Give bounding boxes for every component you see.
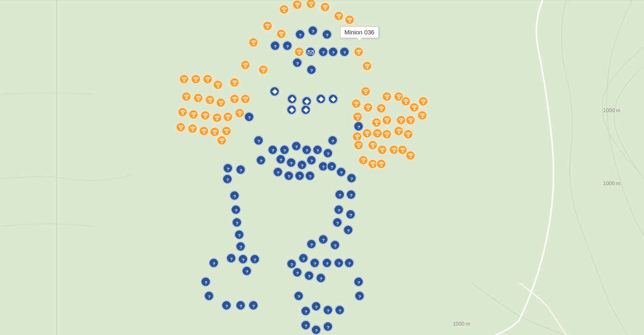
marker-blue-128[interactable]: ? — [238, 254, 248, 264]
marker-orange-49[interactable] — [409, 102, 419, 113]
marker-orange-12[interactable] — [248, 37, 259, 48]
marker-blue-108[interactable]: ? — [305, 171, 315, 181]
marker-orange-63[interactable] — [396, 115, 406, 125]
marker-orange-67[interactable] — [187, 123, 198, 134]
marker-blue-115[interactable]: ? — [231, 204, 241, 215]
marker-blue-107[interactable]: ? — [294, 171, 305, 181]
marker-blue-102[interactable]: ? — [326, 161, 337, 172]
marker-blue-80[interactable]: ? — [327, 135, 338, 146]
marker-blue-121[interactable]: ? — [234, 229, 244, 240]
marker-blue-96[interactable]: ? — [256, 155, 266, 165]
marker-orange-78[interactable] — [217, 135, 227, 146]
marker-blue-109[interactable]: ? — [222, 174, 233, 184]
marker-blue-135[interactable]: ? — [344, 258, 354, 268]
marker-blue-100[interactable]: ? — [306, 155, 317, 165]
marker-orange-40[interactable] — [240, 94, 251, 104]
marker-blue-129[interactable]: ? — [250, 254, 260, 264]
marker-blue-131[interactable]: ? — [298, 253, 309, 263]
marker-blue-140[interactable]: ? — [316, 273, 326, 283]
marker-blue-92[interactable]: ? — [323, 148, 333, 158]
marker-blue-71[interactable]: ? — [353, 121, 364, 131]
marker-blue-19[interactable]: ? — [339, 47, 350, 57]
marker-orange-93[interactable] — [358, 155, 368, 165]
marker-blue-16[interactable] — [305, 47, 316, 57]
marker-orange-83[interactable] — [377, 145, 387, 155]
marker-orange-61[interactable] — [371, 117, 382, 128]
marker-orange-2[interactable] — [306, 0, 316, 9]
marker-blue-79[interactable]: ? — [253, 135, 264, 146]
marker-orange-4[interactable] — [334, 11, 344, 21]
marker-orange-46[interactable] — [363, 102, 373, 113]
marker-orange-55[interactable] — [223, 112, 233, 122]
marker-orange-20[interactable] — [353, 47, 364, 57]
marker-blue-110[interactable]: ? — [336, 167, 346, 177]
marker-blue-17[interactable]: ? — [318, 47, 328, 57]
marker-blue-142[interactable]: ? — [204, 291, 214, 301]
marker-blue-105[interactable]: ? — [273, 167, 283, 177]
marker-blue-23[interactable]: ? — [292, 57, 302, 68]
marker-orange-81[interactable] — [353, 140, 364, 150]
marker-orange-60[interactable] — [352, 112, 363, 122]
marker-orange-5[interactable] — [344, 15, 355, 25]
marker-blue-58[interactable] — [286, 105, 297, 115]
marker-orange-37[interactable] — [205, 95, 215, 105]
marker-orange-69[interactable] — [209, 127, 220, 137]
marker-orange-62[interactable] — [382, 115, 392, 125]
marker-orange-70[interactable] — [221, 126, 232, 136]
marker-blue-147[interactable]: ? — [354, 291, 365, 301]
marker-orange-39[interactable] — [229, 94, 240, 104]
marker-orange-33[interactable] — [382, 91, 392, 102]
marker-orange-21[interactable] — [240, 60, 251, 70]
marker-blue-123[interactable]: ? — [318, 234, 328, 245]
marker-blue-120[interactable]: ? — [343, 225, 353, 235]
marker-blue-91[interactable]: ? — [312, 145, 323, 155]
marker-orange-22[interactable] — [258, 65, 268, 75]
marker-orange-47[interactable] — [376, 103, 386, 114]
marker-orange-75[interactable] — [382, 129, 392, 139]
marker-orange-50[interactable] — [418, 96, 428, 106]
marker-blue-149[interactable]: ? — [311, 301, 321, 311]
marker-orange-68[interactable] — [199, 126, 209, 136]
marker-blue-126[interactable]: ? — [209, 258, 219, 268]
marker-orange-56[interactable] — [234, 108, 245, 118]
marker-orange-76[interactable] — [393, 126, 404, 136]
marker-orange-64[interactable] — [405, 115, 416, 125]
marker-blue-137[interactable]: ? — [242, 266, 252, 276]
marker-blue-57[interactable]: ? — [244, 112, 254, 122]
marker-blue-24[interactable]: ? — [306, 65, 317, 75]
marker-blue-10[interactable]: ? — [322, 29, 332, 40]
marker-blue-118[interactable]: ? — [232, 217, 242, 228]
marker-blue-31[interactable] — [269, 86, 280, 97]
marker-blue-151[interactable]: ? — [335, 305, 345, 315]
marker-blue-138[interactable]: ? — [292, 267, 302, 278]
marker-orange-36[interactable] — [193, 93, 203, 103]
marker-orange-65[interactable] — [417, 110, 427, 121]
marker-blue-146[interactable]: ? — [293, 291, 304, 301]
marker-blue-44[interactable] — [328, 94, 338, 104]
marker-orange-7[interactable] — [276, 29, 286, 39]
marker-orange-52[interactable] — [188, 109, 199, 120]
marker-orange-53[interactable] — [200, 110, 210, 121]
marker-blue-125[interactable]: ? — [235, 241, 246, 252]
marker-blue-134[interactable]: ? — [334, 258, 344, 268]
marker-blue-88[interactable]: ? — [279, 145, 290, 155]
marker-orange-0[interactable] — [279, 4, 289, 15]
marker-blue-145[interactable]: ? — [248, 300, 259, 310]
marker-orange-51[interactable] — [177, 107, 188, 117]
marker-blue-113[interactable]: ? — [335, 189, 345, 200]
marker-orange-66[interactable] — [176, 122, 186, 132]
marker-blue-152[interactable]: ? — [301, 320, 311, 330]
marker-blue-154[interactable]: ? — [323, 321, 333, 332]
marker-blue-114[interactable]: ? — [346, 189, 356, 200]
marker-orange-32[interactable] — [360, 86, 371, 97]
marker-blue-111[interactable]: ? — [346, 173, 357, 183]
marker-blue-99[interactable]: ? — [297, 160, 307, 170]
marker-orange-86[interactable] — [405, 150, 416, 161]
marker-blue-13[interactable]: ? — [270, 41, 280, 51]
marker-blue-122[interactable]: ? — [306, 239, 317, 249]
marker-blue-153[interactable]: ? — [311, 325, 321, 335]
marker-blue-87[interactable]: ? — [268, 145, 278, 155]
marker-blue-112[interactable]: ? — [229, 190, 240, 201]
marker-blue-8[interactable]: ? — [295, 29, 305, 40]
marker-orange-26[interactable] — [179, 74, 189, 84]
